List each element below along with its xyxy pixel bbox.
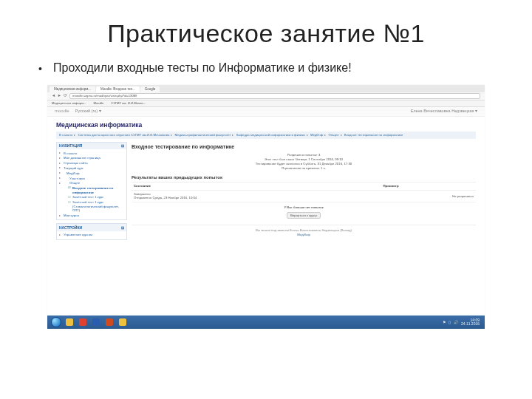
back-to-course-button[interactable]: Вернуться к курсу [287, 212, 321, 219]
nav-item[interactable]: В начало [59, 151, 124, 156]
nav-quiz-item[interactable]: Зачётный тест 1 курс [68, 195, 124, 200]
attempts-heading: Результаты ваших предыдущих попыток [132, 175, 476, 181]
settings-block-title: НАСТРОЙКИ [59, 225, 82, 231]
nav-item[interactable]: Мои курсы [59, 214, 124, 219]
start-button[interactable] [50, 316, 63, 329]
bookmark-item[interactable]: СЗГМУ им. И.И.Мечни... [111, 101, 146, 105]
taskbar-app-word[interactable] [90, 317, 102, 327]
language-label: Русский (ru) [75, 109, 98, 113]
taskbar-app-explorer[interactable] [64, 317, 75, 327]
browser-tab[interactable]: Moodle: Входное тес... [96, 86, 140, 92]
breadcrumb: В начало▸ Система дистанционного обучени… [56, 132, 476, 139]
tray-flag-icon[interactable]: ⚑ [443, 320, 446, 325]
clock-date: 24.11.2016 [461, 322, 480, 326]
meta-limit: Ограничение по времени: 1 ч. [132, 166, 476, 171]
collapse-icon[interactable]: ⊟ [121, 143, 124, 149]
nav-block-title: НАВИГАЦИЯ [59, 143, 82, 149]
forward-icon[interactable]: ► [58, 95, 61, 98]
bookmark-item[interactable]: Moodle [94, 101, 104, 105]
col-state: Состояние [132, 183, 381, 191]
moodle-logo[interactable]: moodle [55, 109, 69, 115]
embedded-screenshot: Медицинская информ... Moodle: Входное те… [47, 85, 485, 329]
moodle-top-bar: moodle Русский (ru) ▾ Елена Вячеславовна… [47, 107, 485, 117]
slide-bullet: Проходили входные тесты по Информатике и… [53, 61, 495, 75]
course-title: Медицинская информатика [56, 121, 476, 129]
nav-quiz-item[interactable]: Входное тестирование по информатике [68, 185, 124, 194]
reload-icon[interactable]: ⟳ [64, 95, 67, 98]
crumb-item[interactable]: МедИнф [310, 133, 323, 137]
taskbar-app-powerpoint[interactable] [103, 317, 115, 327]
attempts-table: Состояние Просмотр Завершено Отправлено … [132, 182, 476, 202]
address-bar[interactable]: moodle.szgmu.ru/mod/quiz/view.php?id=130… [69, 93, 480, 99]
sidebar: НАВИГАЦИЯ ⊟ В начало Моя домашняя страни… [56, 142, 127, 243]
nav-sub[interactable]: Участники [59, 176, 124, 181]
taskbar-app-chrome[interactable] [77, 317, 89, 327]
table-row: Завершено Отправлено Среда, 23 Ноября 20… [132, 190, 476, 202]
user-menu[interactable]: Елена Вячеславовна Недзвецкая ▾ [411, 109, 477, 114]
taskbar-app-folder[interactable] [117, 317, 129, 327]
meta-closes: Тестирование будет окончено в Суббота, 3… [132, 162, 476, 166]
settings-block: НАСТРОЙКИ ⊟ Управление курсом [56, 223, 127, 239]
col-review: Просмотр [381, 183, 476, 191]
crumb-item[interactable]: Медико-профилактический факультет [175, 133, 231, 137]
nav-block: НАВИГАЦИЯ ⊟ В начало Моя домашняя страни… [56, 142, 127, 221]
tray-volume-icon[interactable]: 🔊 [454, 320, 458, 325]
nav-quiz-item[interactable]: Зачётный тест 1 курс (Стоматологический … [68, 200, 124, 214]
browser-toolbar: ◄ ► ⟳ moodle.szgmu.ru/mod/quiz/view.php?… [47, 92, 485, 100]
quiz-title: Входное тестирование по информатике [132, 143, 476, 150]
page-footer: Вы зашли под именем Елена Вячеславовна Н… [132, 225, 476, 236]
windows-taskbar: ⚑ ▯ 🔊 14:09 24.11.2016 [47, 316, 485, 329]
system-tray[interactable]: ⚑ ▯ 🔊 14:09 24.11.2016 [443, 318, 482, 326]
nav-item[interactable]: Моя домашняя страница [59, 156, 124, 161]
nav-block-header: НАВИГАЦИЯ ⊟ [57, 143, 126, 150]
back-icon[interactable]: ◄ [52, 95, 55, 98]
browser-tab[interactable]: Медицинская информ... [50, 86, 95, 92]
crumb-item[interactable]: Входное тестирование по информатике [344, 133, 403, 137]
slide-title: Практическое занятие №1 [0, 19, 532, 48]
footer-home-link[interactable]: МедИнф [297, 233, 310, 236]
crumb-item[interactable]: Кафедра медицинской информатики и физики [236, 133, 305, 137]
meta-opened: Этот тест был начат Четверг, 1 Сентября … [132, 157, 476, 162]
crumb-item[interactable]: Общее [329, 133, 339, 137]
browser-tab[interactable]: Google [140, 86, 160, 92]
language-selector[interactable]: Русский (ru) ▾ [75, 109, 101, 114]
nav-sub[interactable]: Общее [59, 181, 124, 186]
quiz-meta: Разрешено попыток: 3 Этот тест был начат… [132, 153, 476, 171]
nav-item[interactable]: Текущий курс [59, 166, 124, 171]
browser-tab-strip: Медицинская информ... Moodle: Входное те… [47, 85, 485, 92]
bookmark-item[interactable]: Медицинская информ... [52, 101, 86, 105]
crumb-item[interactable]: В начало [59, 133, 72, 137]
crumb-item[interactable]: Система дистанционного обучения СЗГМУ им… [78, 133, 170, 137]
nav-item[interactable]: Страницы сайта [59, 161, 124, 166]
collapse-icon[interactable]: ⊟ [121, 225, 124, 231]
no-more-attempts: У Вас больше нет попыток [132, 205, 476, 210]
tray-network-icon[interactable]: ▯ [449, 320, 451, 325]
meta-attempts: Разрешено попыток: 3 [132, 153, 476, 157]
windows-orb-icon [51, 317, 61, 327]
nav-course[interactable]: МедИнф [59, 171, 124, 176]
attempt-review: Не разрешено [381, 190, 476, 202]
settings-item[interactable]: Управление курсом [59, 233, 124, 238]
bookmarks-bar: Медицинская информ... Moodle СЗГМУ им. И… [47, 100, 485, 107]
tray-clock[interactable]: 14:09 24.11.2016 [461, 318, 480, 326]
attempt-submitted: Отправлено Среда, 23 Ноября 2016, 10:04 [134, 196, 378, 200]
main-content: Входное тестирование по информатике Разр… [132, 142, 476, 243]
settings-block-header: НАСТРОЙКИ ⊟ [57, 224, 126, 231]
user-name: Елена Вячеславовна Недзвецкая [411, 109, 474, 113]
